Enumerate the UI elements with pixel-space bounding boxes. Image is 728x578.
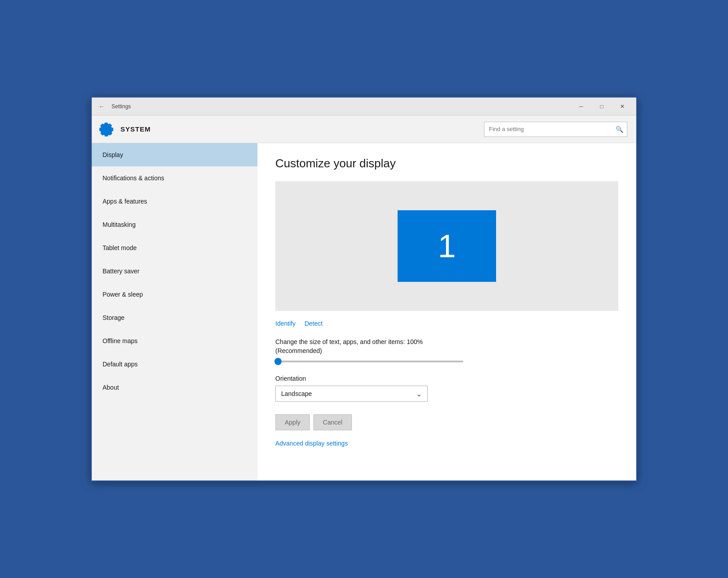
search-input[interactable] (484, 126, 612, 132)
sidebar-item-about[interactable]: About (92, 376, 257, 399)
sidebar: Display Notifications & actions Apps & f… (92, 143, 257, 480)
window-title: Settings (111, 103, 131, 110)
search-box[interactable]: 🔍 (484, 122, 627, 137)
window-controls: ─ □ ✕ (571, 98, 633, 115)
sidebar-item-maps[interactable]: Offline maps (92, 329, 257, 353)
links-row: Identify Detect (275, 320, 618, 327)
orientation-value: Landscape (281, 390, 312, 397)
sidebar-item-notifications[interactable]: Notifications & actions (92, 166, 257, 190)
search-icon[interactable]: 🔍 (612, 122, 627, 137)
chevron-down-icon: ⌄ (416, 390, 422, 398)
text-size-slider-container[interactable] (275, 361, 618, 362)
gear-icon (99, 121, 115, 137)
sidebar-item-apps[interactable]: Apps & features (92, 190, 257, 213)
sidebar-item-default-apps[interactable]: Default apps (92, 353, 257, 376)
text-size-slider[interactable] (275, 361, 463, 362)
app-header: SYSTEM 🔍 (92, 115, 636, 143)
sidebar-item-display[interactable]: Display (92, 143, 257, 166)
main-content: Display Notifications & actions Apps & f… (92, 143, 636, 480)
monitor-preview: 1 (275, 181, 618, 311)
orientation-select[interactable]: Landscape ⌄ (275, 386, 428, 402)
sidebar-item-power[interactable]: Power & sleep (92, 283, 257, 306)
content-panel: Customize your display 1 Identify Detect… (257, 143, 636, 480)
cancel-button[interactable]: Cancel (313, 414, 352, 430)
buttons-row: Apply Cancel (275, 414, 618, 430)
identify-link[interactable]: Identify (275, 320, 295, 327)
monitor-box: 1 (398, 210, 496, 282)
slider-thumb (274, 358, 282, 365)
sidebar-item-storage[interactable]: Storage (92, 306, 257, 329)
title-bar-left: ← Settings (95, 100, 131, 113)
settings-window: ← Settings ─ □ ✕ SYSTEM 🔍 Display (91, 97, 637, 481)
title-bar: ← Settings ─ □ ✕ (92, 98, 636, 115)
monitor-number: 1 (438, 228, 456, 264)
apply-button[interactable]: Apply (275, 414, 310, 430)
sidebar-item-battery[interactable]: Battery saver (92, 259, 257, 283)
page-title: Customize your display (275, 157, 618, 170)
back-button[interactable]: ← (95, 100, 108, 113)
sidebar-item-tablet[interactable]: Tablet mode (92, 236, 257, 259)
sidebar-item-multitasking[interactable]: Multitasking (92, 213, 257, 236)
app-title: SYSTEM (120, 125, 151, 133)
advanced-display-link[interactable]: Advanced display settings (275, 440, 348, 447)
orientation-label: Orientation (275, 375, 618, 382)
close-button[interactable]: ✕ (612, 98, 633, 115)
minimize-button[interactable]: ─ (571, 98, 591, 115)
maximize-button[interactable]: □ (591, 98, 612, 115)
app-header-left: SYSTEM (99, 121, 151, 137)
detect-link[interactable]: Detect (304, 320, 322, 327)
text-size-description: Change the size of text, apps, and other… (275, 338, 618, 355)
